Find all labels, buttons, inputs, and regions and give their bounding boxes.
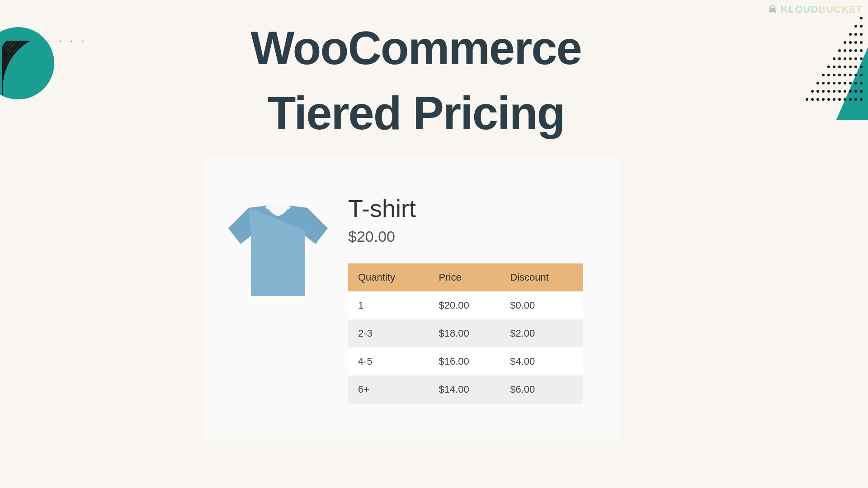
svg-point-13: [854, 49, 857, 52]
cell-discount: $6.00: [500, 375, 583, 404]
svg-point-43: [854, 82, 857, 84]
svg-point-53: [854, 90, 857, 93]
table-row: 2-3 $18.00 $2.00: [348, 319, 583, 347]
product-price: $20.00: [348, 228, 601, 245]
svg-point-64: [854, 98, 857, 101]
header-quantity: Quantity: [348, 263, 429, 291]
svg-point-8: [854, 41, 857, 44]
svg-point-19: [854, 57, 857, 60]
svg-point-65: [860, 98, 863, 101]
svg-point-5: [860, 33, 863, 36]
table-row: 6+ $14.00 $6.00: [348, 375, 583, 404]
cell-quantity: 2-3: [348, 319, 429, 347]
cell-discount: $2.00: [500, 319, 583, 347]
svg-point-9: [860, 41, 863, 44]
svg-point-27: [860, 66, 863, 68]
cell-price: $18.00: [429, 319, 500, 347]
svg-point-0: [860, 17, 863, 19]
svg-point-14: [860, 49, 863, 52]
product-image: [222, 194, 335, 307]
tshirt-icon: [226, 203, 330, 298]
product-info: T-shirt $20.00 Quantity Price Discount 1…: [348, 181, 601, 418]
svg-point-4: [854, 33, 857, 36]
pricing-table: Quantity Price Discount 1 $20.00 $0.00 2…: [348, 263, 583, 404]
table-row: 1 $20.00 $0.00: [348, 291, 583, 319]
table-header-row: Quantity Price Discount: [348, 263, 583, 291]
header-price: Price: [429, 263, 500, 291]
svg-point-34: [854, 74, 857, 76]
title-line-1: WooCommerce: [250, 22, 581, 74]
svg-point-54: [860, 90, 863, 93]
svg-point-74: [265, 205, 291, 210]
svg-point-35: [860, 74, 863, 76]
cell-price: $16.00: [429, 347, 500, 375]
svg-point-26: [854, 66, 857, 68]
svg-point-20: [860, 57, 863, 60]
table-row: 4-5 $16.00 $4.00: [348, 347, 583, 375]
title-line-2: Tiered Pricing: [268, 87, 565, 139]
cell-discount: $4.00: [500, 347, 583, 375]
cell-price: $20.00: [429, 291, 500, 319]
page-title: WooCommerce Tiered Pricing: [0, 0, 850, 146]
product-card: T-shirt $20.00 Quantity Price Discount 1…: [203, 158, 619, 441]
cell-quantity: 6+: [348, 375, 429, 404]
svg-point-1: [854, 25, 857, 28]
product-name: T-shirt: [348, 194, 601, 222]
svg-point-2: [860, 25, 863, 28]
cell-quantity: 4-5: [348, 347, 429, 375]
cell-price: $14.00: [429, 375, 500, 404]
cell-discount: $0.00: [500, 291, 583, 319]
header-discount: Discount: [500, 263, 583, 291]
svg-point-44: [860, 82, 863, 84]
cell-quantity: 1: [348, 291, 429, 319]
